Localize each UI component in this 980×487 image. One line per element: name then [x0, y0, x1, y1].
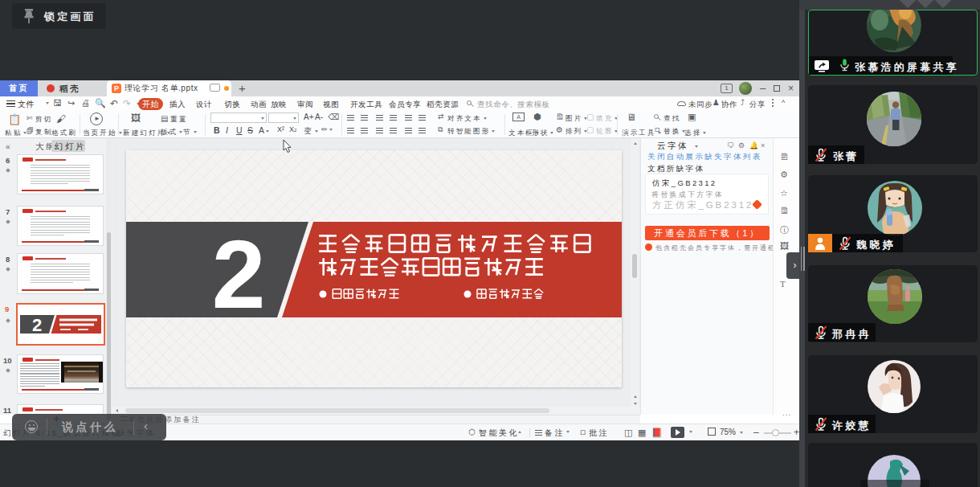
svg-text:2: 2: [32, 315, 42, 335]
svg-text:2: 2: [212, 220, 266, 328]
